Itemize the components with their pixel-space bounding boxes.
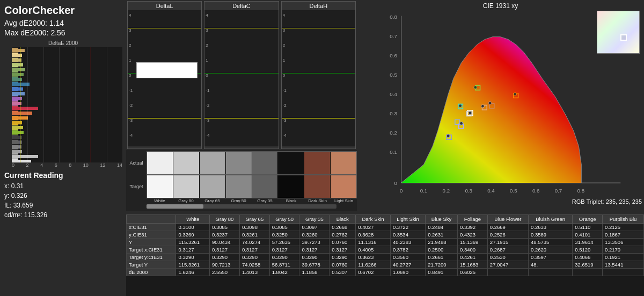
target-swatch-row: Target (126, 175, 357, 198)
cell: 0.0760 (330, 239, 356, 246)
cell: 48. (529, 261, 573, 269)
swatch-gray65-actual (200, 152, 226, 174)
bar-color-swatch (12, 82, 18, 86)
cell: 0.3560 (390, 254, 425, 261)
bar-row (12, 92, 122, 96)
cell: 0.3127 (239, 246, 269, 254)
cell: 21.7200 (426, 261, 458, 269)
top-section: ColorChecker Avg dE2000: 1.14 Max dE2000… (0, 0, 644, 214)
svg-text:0.1: 0.1 (390, 149, 397, 155)
bar-row (12, 154, 122, 159)
middle-panel: DeltaL 4 3 2 1 0 -1 -2 -3 -4 (126, 0, 357, 214)
table-row: Target Y 115.3261 90.7213 74.0258 56.871… (127, 261, 644, 269)
actual-label: Actual (126, 151, 147, 175)
col-header-gray50: Gray 50 (269, 215, 299, 224)
cell: 0.0760 (330, 261, 356, 269)
y-label-n3: -3 (129, 118, 133, 123)
cell: 0.3534 (390, 231, 425, 239)
swatch-lightskin-actual (331, 152, 356, 174)
row-label-ty: Target y:CIE31 (127, 254, 176, 261)
cell: 1.0690 (390, 269, 425, 276)
delta-c-area: 4 3 2 1 0 -1 -2 -3 -4 (204, 10, 278, 146)
cell: 0.3392 (458, 224, 488, 231)
delta-l-area: 4 3 2 1 0 -1 -2 -3 -4 (128, 10, 201, 146)
bar-row (12, 140, 122, 144)
svg-text:0.8: 0.8 (390, 14, 397, 20)
svg-point-37 (488, 101, 492, 105)
bar-fill (18, 131, 24, 134)
swatch-name-gray50: Gray 50 (225, 198, 252, 203)
reading-y: y: 0.326 (4, 191, 122, 201)
cell: 0.2170 (603, 246, 644, 254)
cell: 57.2635 (269, 239, 299, 246)
col-header-gray65: Gray 65 (239, 215, 269, 224)
cell: 0.3237 (210, 231, 240, 239)
cell: 0.2668 (330, 224, 356, 231)
bar-row (12, 125, 122, 130)
col-header-darkskin: Dark Skin (356, 215, 391, 224)
cell: 15.1683 (458, 261, 488, 269)
cell: 1.4013 (239, 269, 269, 276)
cell: 0.3290 (239, 254, 269, 261)
row-label-de2000: dE 2000 (127, 269, 176, 276)
cell: 27.1915 (487, 239, 528, 246)
table-row: dE 2000 1.6246 2.5550 1.4013 1.8042 1.18… (127, 269, 644, 276)
cell: 0.4323 (458, 231, 488, 239)
target-label: Target (126, 175, 147, 198)
scrollbar[interactable] (147, 204, 336, 209)
current-reading: Current Reading x: 0.31 y: 0.326 fL: 33.… (4, 171, 122, 220)
svg-text:0.4: 0.4 (487, 188, 495, 194)
cell: 0.3597 (529, 254, 573, 261)
col-header-bluishgreen: Bluish Green (529, 215, 573, 224)
bar-color-swatch (12, 58, 18, 62)
data-table-section[interactable]: White Gray 80 Gray 65 Gray 50 Gray 35 Bl… (126, 214, 644, 296)
bar-row (12, 77, 122, 82)
bar-color-swatch (12, 63, 18, 67)
bar-color-swatch (12, 135, 18, 139)
swatch-lightskin-target (331, 175, 356, 198)
bar-color-swatch (12, 154, 18, 159)
cell: 0.3127 (210, 246, 240, 254)
delta-h-area: 4 3 2 1 0 -1 -2 -3 -4 (282, 10, 355, 146)
y-label-3: 3 (129, 28, 131, 33)
cell: 0.3085 (210, 224, 240, 231)
cell: 0.3127 (330, 246, 356, 254)
swatch-name-white: White (147, 198, 173, 203)
bar-row (12, 121, 122, 125)
cie-title: CIE 1931 xy (359, 2, 642, 10)
cell: 0.1867 (603, 231, 644, 239)
col-header-bluesky: Blue Sky (426, 215, 458, 224)
swatch-gray80-actual (173, 152, 200, 174)
cell: 0.3127 (299, 246, 330, 254)
cell: 0.3623 (356, 254, 391, 261)
cell: 0.2500 (426, 246, 458, 254)
bar-row (12, 159, 122, 162)
swatch-names: White Gray 80 Gray 65 Gray 50 Gray 35 Bl… (147, 198, 357, 203)
cell: 0.3400 (458, 246, 488, 254)
swatch-white-target (147, 175, 173, 198)
swatch-gray35-target (252, 175, 279, 198)
target-swatches (147, 175, 357, 198)
svg-text:0.2: 0.2 (443, 188, 450, 194)
svg-text:0.6: 0.6 (532, 188, 540, 194)
svg-point-34 (460, 122, 463, 125)
bar-row (12, 87, 122, 91)
cell: 0.4261 (458, 254, 488, 261)
cell: 0.3290 (330, 254, 356, 261)
cell: 0.3290 (210, 254, 240, 261)
svg-text:0.7: 0.7 (390, 33, 397, 39)
swatch-name-black: Black (278, 198, 304, 203)
table-row: Target y:CIE31 0.3290 0.3290 0.3290 0.32… (127, 254, 644, 261)
bar-row (12, 68, 122, 72)
row-label-Y: Y (127, 239, 176, 246)
row-label-xcie31: x:CIE31 (127, 224, 176, 231)
svg-point-32 (474, 86, 477, 89)
y-label-n4: -4 (129, 133, 133, 138)
bar-row (12, 97, 122, 101)
swatch-darkskin-target (304, 175, 331, 198)
delta-h-title: DeltaH (282, 2, 355, 10)
cell (603, 269, 644, 276)
swatch-gray50-actual (226, 152, 252, 174)
cell: 48.5735 (529, 239, 573, 246)
cell: 1.1858 (299, 269, 330, 276)
